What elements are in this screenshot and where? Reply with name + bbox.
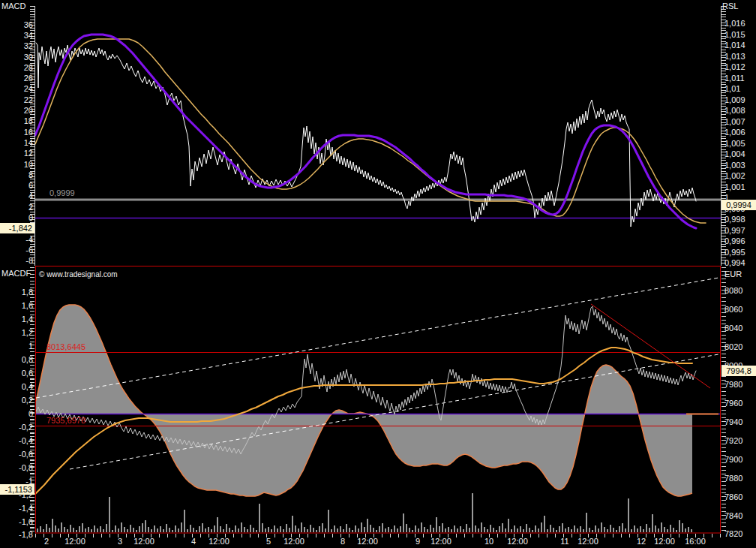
volume-bars [85,528,86,532]
volume-bars [466,524,467,532]
volume-bars [148,527,149,532]
volume-bars [379,526,380,532]
volume-bars [154,525,155,532]
support-value-label: 7935,6978 [46,416,86,426]
lower-right-axis-title: EUR [724,269,742,279]
volume-bars [259,504,260,532]
time-axis-label: 12:00 [349,537,386,546]
volume-bars [505,528,506,532]
volume-bars [580,526,581,532]
volume-bars [289,528,290,532]
volume-bars [427,529,428,532]
volume-bars [595,525,596,532]
volume-bars [460,526,461,532]
volume-bars [553,528,554,532]
volume-bars [502,523,503,532]
volume-bars [547,529,548,532]
volume-bars [187,529,188,532]
volume-bars [52,519,53,532]
macd-left-axis-label: 36 [0,20,33,30]
volume-bars [586,513,587,532]
volume-bars [109,497,110,532]
volume-bars [121,522,122,532]
volume-bars [70,525,71,532]
volume-bars [343,529,344,532]
volume-bars [322,523,323,532]
rsl-right-axis-label: 0,994 [724,258,754,268]
time-axis-label: 12:00 [569,537,607,546]
volume-bars [634,525,635,532]
rsl-right-axis-label: 0,997 [724,226,754,236]
volume-bars [127,529,128,532]
volume-bars [283,529,284,532]
volume-bars [265,528,266,532]
volume-bars [238,528,239,532]
rsl-right-axis-label: 1,009 [724,95,754,105]
volume-bars [556,530,557,532]
macdf-area [36,305,692,496]
volume-bars [508,519,509,532]
volume-bars [511,529,512,532]
volume-bars [286,524,287,532]
volume-bars [88,527,89,532]
volume-bars [199,526,200,532]
macdf-left-axis-label: 0,8 [0,355,33,365]
volume-bars [643,529,644,532]
volume-bars [436,517,437,532]
volume-bars [139,526,140,532]
volume-bars [400,526,401,532]
eur-right-axis-label: 7820 [724,529,754,539]
volume-bars [664,527,665,532]
volume-bars [250,525,251,532]
volume-bars [310,525,311,532]
macd-left-axis-label: 14 [0,138,33,148]
volume-bars [274,525,275,532]
eur-right-axis-label: 7920 [724,436,754,446]
volume-bars [397,528,398,532]
time-axis-label: 12:00 [200,537,238,546]
volume-bars [103,529,104,532]
volume-bars [499,526,500,532]
rsl-right-axis-label: 1,003 [724,161,754,170]
volume-bars [64,527,65,532]
macd-current-badge: -1,842 [0,223,34,233]
volume-bars [526,524,527,532]
volume-bars [673,528,674,532]
volume-bars [490,525,491,532]
macdf-current-badge: -1,1153 [0,484,34,495]
volume-bars [37,528,38,532]
volume-bars [280,526,281,532]
volume-bars [202,523,203,532]
rsl-right-axis-label: 1,007 [724,117,754,127]
volume-bars [349,528,350,532]
volume-bars [628,498,629,532]
volume-bars [346,524,347,532]
macd-left-axis-label: 32 [0,41,33,51]
volume-bars [58,528,59,532]
volume-bars [316,530,317,532]
eur-right-axis-label: 8040 [724,324,754,333]
eur-right-axis-label: 7960 [724,399,754,408]
macdf-left-axis-label: -0,2 [0,423,33,432]
volume-bars [631,529,632,532]
volume-bars [169,528,170,532]
volume-bars [610,525,611,532]
volume-bars [421,522,422,532]
macd-left-axis-label: 4 [0,191,33,201]
volume-bars [550,525,551,532]
volume-bars [253,528,254,532]
volume-bars [142,523,143,532]
volume-bars [655,525,656,532]
volume-bars [577,528,578,532]
rsl-right-axis-label: 1,008 [724,106,754,116]
eur-right-axis-label: 7900 [724,455,754,465]
macd-left-axis-label: 0 [0,213,33,223]
volume-bars [649,528,650,532]
volume-bars [619,526,620,532]
volume-bars [589,528,590,532]
volume-bars [529,528,530,532]
volume-bars [76,530,77,532]
volume-bars [247,529,248,532]
volume-bars [409,528,410,532]
volume-bars [193,528,194,532]
